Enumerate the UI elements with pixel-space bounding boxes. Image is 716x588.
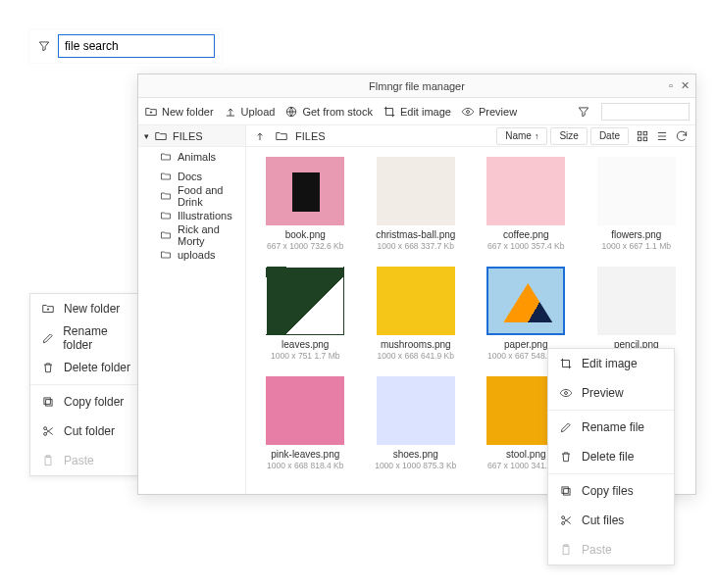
filter-icon — [36, 38, 52, 54]
menu-copy-folder[interactable]: Copy folder — [30, 387, 146, 416]
label: Paste — [582, 543, 612, 557]
col-date[interactable]: Date — [590, 127, 629, 145]
label: Delete folder — [64, 361, 130, 374]
col-size[interactable]: Size — [550, 127, 587, 145]
svg-rect-1 — [44, 398, 50, 404]
tree-item[interactable]: Animals — [138, 147, 245, 167]
thumbnail — [377, 267, 455, 335]
tree-item[interactable]: uploads — [138, 245, 245, 265]
menu-cut-files[interactable]: Cut files — [548, 506, 674, 535]
separator — [548, 473, 674, 474]
svg-rect-17 — [563, 546, 569, 555]
file-name: shoes.png — [393, 449, 438, 460]
titlebar: Flmngr file manager ▫ ✕ — [138, 74, 695, 98]
file-meta: 1000 x 751 1.7 Mb — [271, 351, 339, 361]
refresh-icon[interactable] — [674, 128, 690, 144]
minimize-button[interactable]: ▫ — [669, 79, 673, 92]
file-item[interactable]: christmas-ball.png1000 x 668 337.7 Kb — [365, 157, 468, 251]
up-icon[interactable] — [252, 128, 268, 144]
label: Copy folder — [64, 395, 124, 409]
copy-icon — [558, 483, 574, 499]
folder-plus-icon — [40, 301, 56, 317]
file-name: coffee.png — [503, 229, 549, 240]
upload-button[interactable]: Upload — [224, 105, 276, 119]
menu-paste-folder: Paste — [30, 446, 146, 475]
crop-icon — [558, 356, 574, 371]
file-item[interactable]: coffee.png667 x 1000 357.4 Kb — [475, 157, 578, 251]
upload-icon — [224, 105, 237, 119]
file-meta: 1000 x 667 1.1 Mb — [602, 241, 671, 251]
close-button[interactable]: ✕ — [681, 79, 690, 92]
menu-cut-folder[interactable]: Cut folder — [30, 416, 146, 446]
label: Edit image — [400, 106, 451, 118]
thumbnail — [597, 267, 676, 335]
file-meta: 1000 x 1000 875.3 Kb — [375, 461, 456, 470]
new-folder-button[interactable]: New folder — [144, 105, 214, 119]
search-input[interactable] — [58, 34, 215, 58]
label: Animals — [178, 151, 216, 163]
list-view-icon[interactable] — [654, 128, 670, 144]
menu-rename-folder[interactable]: Rename folder — [30, 323, 146, 353]
label: New folder — [162, 106, 214, 118]
eye-icon — [558, 385, 574, 401]
tree-item[interactable]: Food and Drink — [138, 186, 245, 206]
file-item[interactable]: pencil.png — [586, 267, 689, 361]
filter-icon[interactable] — [576, 104, 591, 120]
file-name: stool.png — [506, 449, 546, 460]
menu-rename-file[interactable]: Rename file — [548, 413, 674, 442]
pencil-icon — [40, 330, 55, 346]
tree-item[interactable]: Illustrations — [138, 206, 245, 225]
sort-asc-icon: ↑ — [535, 131, 539, 141]
breadcrumb: FILES — [295, 130, 326, 142]
menu-new-folder[interactable]: New folder — [30, 294, 146, 323]
folder-icon — [160, 190, 172, 202]
folder-icon — [160, 210, 172, 221]
col-name[interactable]: Name↑ — [496, 127, 547, 145]
thumbnail — [486, 267, 565, 335]
tree-item[interactable]: Rick and Morty — [138, 225, 245, 245]
file-meta: 667 x 1000 357.4 Kb — [487, 241, 564, 251]
file-item[interactable]: paper.png1000 x 667 548.8 Kb — [475, 267, 578, 361]
file-item[interactable]: pink-leaves.png1000 x 668 818.4 Kb — [254, 376, 357, 470]
file-item[interactable]: flowers.png1000 x 667 1.1 Mb — [586, 157, 689, 251]
svg-point-3 — [44, 427, 47, 430]
label: Docs — [178, 171, 202, 182]
svg-point-2 — [44, 432, 47, 435]
thumbnail — [486, 157, 565, 225]
file-name: pink-leaves.png — [271, 449, 339, 460]
file-item[interactable]: mushrooms.png1000 x 668 641.9 Kb — [365, 267, 468, 361]
label: uploads — [178, 249, 216, 261]
label: Paste — [64, 454, 94, 467]
preview-button[interactable]: Preview — [461, 105, 517, 119]
menu-copy-files[interactable]: Copy files — [548, 476, 674, 506]
thumbnail — [597, 157, 676, 225]
get-stock-button[interactable]: Get from stock — [284, 105, 373, 119]
label: Rick and Morty — [178, 223, 245, 247]
file-item[interactable]: leaves.png1000 x 751 1.7 Mb — [254, 267, 357, 361]
menu-delete-folder[interactable]: Delete folder — [30, 353, 146, 382]
file-meta: 1000 x 668 818.4 Kb — [267, 461, 343, 470]
edit-image-button[interactable]: Edit image — [383, 105, 451, 119]
label: Rename file — [582, 420, 644, 434]
label: Cut folder — [64, 424, 115, 438]
file-item[interactable]: shoes.png1000 x 1000 875.3 Kb — [365, 376, 468, 470]
tree-item[interactable]: Docs — [138, 167, 245, 186]
tree-root[interactable]: ▾ FILES — [138, 125, 245, 147]
label: Preview — [582, 386, 624, 400]
label: Preview — [479, 106, 517, 118]
eye-icon — [461, 105, 475, 119]
svg-rect-9 — [643, 131, 647, 135]
filter-input[interactable] — [601, 103, 690, 121]
file-meta: 1000 x 668 641.9 Kb — [378, 351, 454, 361]
file-name: christmas-ball.png — [376, 229, 455, 240]
file-item[interactable]: book.png667 x 1000 732.6 Kb — [254, 157, 357, 251]
scissors-icon — [558, 513, 574, 528]
globe-icon — [284, 105, 298, 119]
folder-icon — [160, 171, 172, 182]
menu-preview[interactable]: Preview — [548, 378, 674, 408]
folder-icon — [160, 151, 172, 163]
thumbnail — [377, 376, 455, 445]
grid-view-icon[interactable] — [635, 128, 650, 144]
menu-delete-file[interactable]: Delete file — [548, 442, 674, 471]
menu-edit-image[interactable]: Edit image — [548, 349, 674, 378]
